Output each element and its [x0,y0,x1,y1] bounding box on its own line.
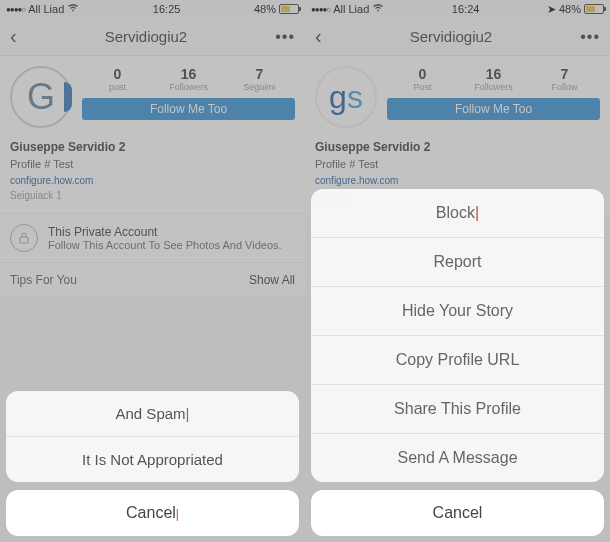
sheet-spam[interactable]: And Spam| [6,391,299,437]
more-button[interactable]: ••• [580,28,600,46]
stat-posts[interactable]: 0 Post [387,66,458,92]
battery-icon [584,4,604,14]
profile-bio: Profile # Test [10,156,295,173]
nav-bar: ‹ Servidiogiu2 ••• [305,18,610,56]
show-all-button[interactable]: Show All [249,273,295,287]
stat-following[interactable]: 7 Follow [529,66,600,92]
stat-following[interactable]: 7 Seguimi [224,66,295,92]
private-title: This Private Account [48,225,282,239]
sheet-cancel[interactable]: Cancel| [6,490,299,536]
followed-by: Seiguiack 1 [10,188,295,203]
svg-rect-0 [20,237,28,243]
follow-button[interactable]: Follow Me Too [82,98,295,120]
sheet-cancel[interactable]: Cancel [311,490,604,536]
nav-title: Servidiogiu2 [410,28,493,45]
phone-right: ●●●●○ All Liad 16:24 ➤ 48% ‹ Servidiogiu… [305,0,610,542]
profile-link[interactable]: configure.how.com [10,173,295,188]
battery-icon [279,4,299,14]
avatar[interactable]: gs [315,66,377,128]
phone-left: ●●●●○ All Liad 16:25 48% ‹ Servidiogiu2 … [0,0,305,542]
tips-label: Tips For You [10,273,77,287]
time-label: 16:24 [452,3,480,15]
sheet-report[interactable]: Report [311,238,604,287]
stat-followers[interactable]: 16 Followers [153,66,224,92]
status-bar: ●●●●○ All Liad 16:25 48% [0,0,305,18]
profile-link[interactable]: configure.how.com [315,173,600,188]
more-button[interactable]: ••• [275,28,295,46]
sheet-block[interactable]: Block| [311,189,604,238]
signal-icon: ●●●●○ [6,5,25,14]
follow-button[interactable]: Follow Me Too [387,98,600,120]
stat-posts[interactable]: 0 post [82,66,153,92]
battery-pct: 48% [254,3,276,15]
sheet-inappropriate[interactable]: It Is Not Appropriated [6,437,299,482]
avatar[interactable]: G [10,66,72,128]
back-button[interactable]: ‹ [315,25,322,48]
private-subtitle: Follow This Account To See Photos And Vi… [48,239,282,251]
profile-name: Giuseppe Servidio 2 [10,138,295,156]
profile-header: G 0 post 16 Followers 7 Seguimi Follow M… [0,56,305,138]
profile-info: Giuseppe Servidio 2 Profile # Test confi… [0,138,305,213]
nav-bar: ‹ Servidiogiu2 ••• [0,18,305,56]
signal-icon: ●●●●○ [311,5,330,14]
action-sheet: Block| Report Hide Your Story Copy Profi… [311,189,604,536]
sheet-share-profile[interactable]: Share This Profile [311,385,604,434]
tips-row: Tips For You Show All [0,263,305,298]
action-sheet: And Spam| It Is Not Appropriated Cancel| [6,391,299,536]
profile-header: gs 0 Post 16 Followers 7 Follow Follow M… [305,56,610,138]
battery-pct: 48% [559,3,581,15]
profile-bio: Profile # Test [315,156,600,173]
sheet-send-message[interactable]: Send A Message [311,434,604,482]
sheet-copy-url[interactable]: Copy Profile URL [311,336,604,385]
private-account-box: This Private Account Follow This Account… [0,213,305,263]
carrier-label: All Liad [28,3,64,15]
wifi-icon [372,3,384,15]
lock-icon [10,224,38,252]
status-bar: ●●●●○ All Liad 16:24 ➤ 48% [305,0,610,18]
time-label: 16:25 [153,3,181,15]
location-icon: ➤ [547,3,556,16]
nav-title: Servidiogiu2 [105,28,188,45]
back-button[interactable]: ‹ [10,25,17,48]
profile-name: Giuseppe Servidio 2 [315,138,600,156]
carrier-label: All Liad [333,3,369,15]
wifi-icon [67,3,79,15]
stat-followers[interactable]: 16 Followers [458,66,529,92]
sheet-hide-story[interactable]: Hide Your Story [311,287,604,336]
